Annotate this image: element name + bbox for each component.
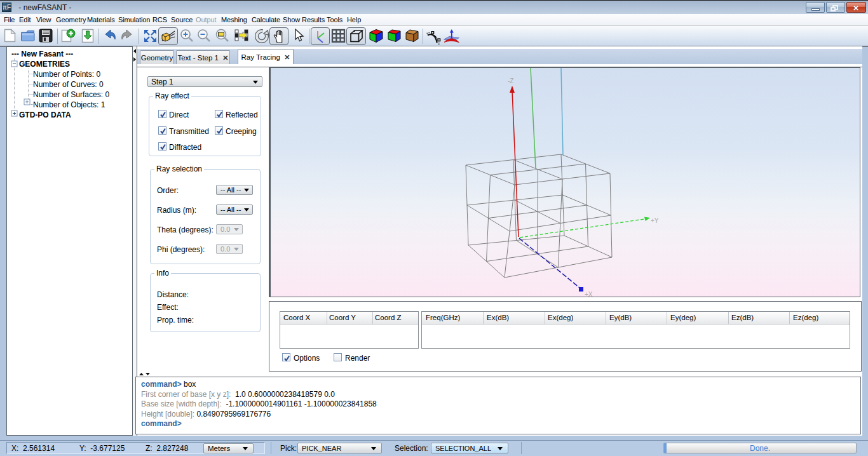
svg-text:+X: +X (585, 291, 593, 297)
svg-text:+Y: +Y (651, 217, 659, 224)
svg-text:-Z: -Z (508, 77, 513, 84)
